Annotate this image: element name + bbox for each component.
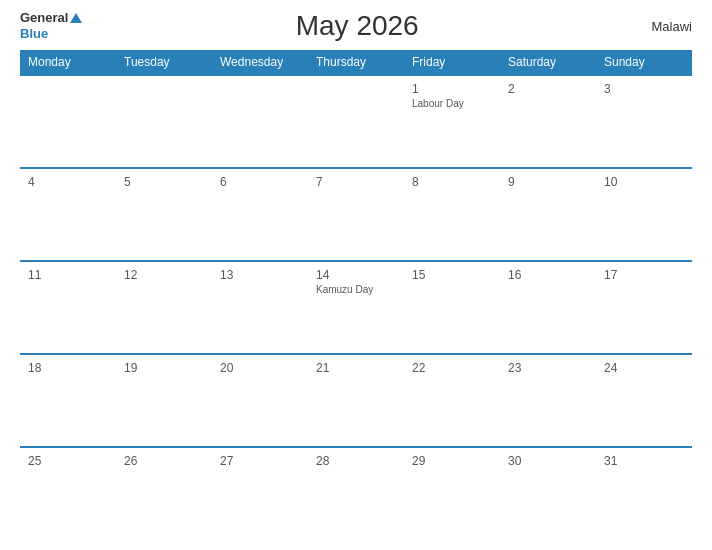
day-number: 6 [220, 175, 300, 189]
day-number: 17 [604, 268, 684, 282]
table-row: 20 [212, 354, 308, 447]
day-number: 11 [28, 268, 108, 282]
day-number: 23 [508, 361, 588, 375]
holiday-label: Labour Day [412, 98, 492, 109]
table-row: 7 [308, 168, 404, 261]
table-row: 23 [500, 354, 596, 447]
header-thursday: Thursday [308, 50, 404, 75]
calendar-week-row: 45678910 [20, 168, 692, 261]
header-wednesday: Wednesday [212, 50, 308, 75]
table-row: 9 [500, 168, 596, 261]
table-row [308, 75, 404, 168]
table-row: 22 [404, 354, 500, 447]
day-number: 1 [412, 82, 492, 96]
logo-blue-text: Blue [20, 26, 48, 42]
table-row: 4 [20, 168, 116, 261]
day-number: 20 [220, 361, 300, 375]
table-row: 31 [596, 447, 692, 540]
table-row: 25 [20, 447, 116, 540]
logo: General Blue [20, 10, 82, 41]
day-number: 27 [220, 454, 300, 468]
table-row: 1Labour Day [404, 75, 500, 168]
day-number: 26 [124, 454, 204, 468]
day-number: 13 [220, 268, 300, 282]
table-row: 5 [116, 168, 212, 261]
day-number: 24 [604, 361, 684, 375]
day-number: 4 [28, 175, 108, 189]
day-number: 15 [412, 268, 492, 282]
calendar-week-row: 1Labour Day23 [20, 75, 692, 168]
day-number: 8 [412, 175, 492, 189]
table-row: 3 [596, 75, 692, 168]
header-tuesday: Tuesday [116, 50, 212, 75]
day-number: 2 [508, 82, 588, 96]
table-row: 28 [308, 447, 404, 540]
table-row [116, 75, 212, 168]
logo-triangle-icon [70, 13, 82, 23]
table-row: 12 [116, 261, 212, 354]
country-label: Malawi [632, 19, 692, 34]
header-saturday: Saturday [500, 50, 596, 75]
table-row: 30 [500, 447, 596, 540]
calendar-week-row: 11121314Kamuzu Day151617 [20, 261, 692, 354]
day-number: 31 [604, 454, 684, 468]
day-number: 18 [28, 361, 108, 375]
table-row: 2 [500, 75, 596, 168]
table-row: 21 [308, 354, 404, 447]
table-row [212, 75, 308, 168]
calendar-header: General Blue May 2026 Malawi [20, 10, 692, 42]
page-title: May 2026 [82, 10, 632, 42]
day-number: 21 [316, 361, 396, 375]
weekday-header-row: Monday Tuesday Wednesday Thursday Friday… [20, 50, 692, 75]
table-row: 15 [404, 261, 500, 354]
day-number: 28 [316, 454, 396, 468]
logo-general-text: General [20, 10, 68, 26]
table-row: 17 [596, 261, 692, 354]
table-row: 18 [20, 354, 116, 447]
header-friday: Friday [404, 50, 500, 75]
calendar-week-row: 18192021222324 [20, 354, 692, 447]
table-row: 13 [212, 261, 308, 354]
table-row: 19 [116, 354, 212, 447]
table-row: 29 [404, 447, 500, 540]
calendar-week-row: 25262728293031 [20, 447, 692, 540]
table-row: 27 [212, 447, 308, 540]
table-row: 16 [500, 261, 596, 354]
table-row: 26 [116, 447, 212, 540]
day-number: 29 [412, 454, 492, 468]
day-number: 16 [508, 268, 588, 282]
day-number: 19 [124, 361, 204, 375]
header-sunday: Sunday [596, 50, 692, 75]
table-row: 24 [596, 354, 692, 447]
calendar-table: Monday Tuesday Wednesday Thursday Friday… [20, 50, 692, 540]
table-row: 11 [20, 261, 116, 354]
table-row: 14Kamuzu Day [308, 261, 404, 354]
table-row [20, 75, 116, 168]
holiday-label: Kamuzu Day [316, 284, 396, 295]
day-number: 12 [124, 268, 204, 282]
day-number: 9 [508, 175, 588, 189]
day-number: 10 [604, 175, 684, 189]
day-number: 3 [604, 82, 684, 96]
day-number: 14 [316, 268, 396, 282]
day-number: 22 [412, 361, 492, 375]
day-number: 30 [508, 454, 588, 468]
day-number: 7 [316, 175, 396, 189]
table-row: 10 [596, 168, 692, 261]
table-row: 8 [404, 168, 500, 261]
table-row: 6 [212, 168, 308, 261]
day-number: 25 [28, 454, 108, 468]
header-monday: Monday [20, 50, 116, 75]
day-number: 5 [124, 175, 204, 189]
